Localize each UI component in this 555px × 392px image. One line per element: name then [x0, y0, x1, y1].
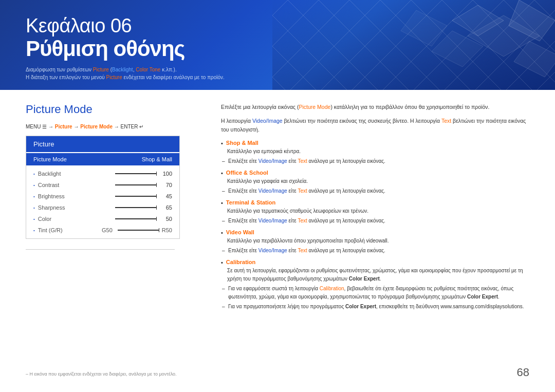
contrast-item[interactable]: • Contrast 70	[26, 179, 179, 191]
sharpness-item[interactable]: • Sharpness 65	[26, 202, 179, 213]
brightness-item[interactable]: • Brightness 45	[26, 191, 179, 202]
bullet-dot: •	[221, 170, 223, 176]
section-title: Picture Mode	[26, 103, 200, 116]
subtitle-line1: Διαμόρφωση των ρυθμίσεων Picture (Backli…	[26, 66, 529, 73]
shop-mall-title: Shop & Mall	[226, 140, 258, 146]
shop-mall-sub: Επιλέξτε είτε Video/Image είτε Text ανάλ…	[228, 157, 529, 165]
chapter-title: Κεφάλαιο 06	[26, 15, 529, 37]
picture-menu-header: Picture	[26, 136, 179, 152]
bullet-dot: •	[221, 200, 223, 206]
office-school-desc: Κατάλληλο για γραφεία και σχολεία.	[227, 177, 529, 185]
right-column: Επιλέξτε μια λειτουργία εικόνας (Picture…	[221, 103, 529, 315]
video-wall-sub: Επιλέξτε είτε Video/Image είτε Text ανάλ…	[228, 247, 529, 255]
main-content: Picture Mode MENU ☰ → Picture → Picture …	[0, 90, 555, 325]
shop-mall-heading: • Shop & Mall	[221, 140, 529, 146]
sharpness-value: 65	[159, 204, 172, 211]
tint-right-value: R50	[162, 227, 172, 233]
bullet-dot: •	[221, 259, 223, 266]
subtitle-line2: Η διάταξη των επιλογών του μενού Picture…	[26, 73, 529, 81]
bullet-icon: •	[33, 183, 35, 188]
calibration-desc: Σε αυτή τη λειτουργία, εφαρμόζονται οι ρ…	[227, 267, 529, 283]
slider-track	[115, 196, 156, 197]
terminal-station-title: Terminal & Station	[226, 199, 275, 206]
header-banner: Κεφάλαιο 06 Ρύθμιση οθόνης Διαμόρφωση τω…	[0, 0, 555, 90]
office-school-heading: • Office & School	[221, 170, 529, 176]
backlight-value: 100	[159, 171, 172, 177]
color-slider[interactable]: 50	[115, 216, 172, 222]
contrast-value: 70	[159, 182, 172, 188]
bullet-office-school: • Office & School Κατάλληλο για γραφεία …	[221, 170, 529, 195]
tint-item[interactable]: • Tint (G/R) G50 R50	[26, 225, 179, 236]
office-school-title: Office & School	[226, 170, 268, 176]
backlight-item[interactable]: • Backlight 100	[26, 168, 179, 179]
video-wall-heading: • Video Wall	[221, 229, 529, 236]
footer-note: – Η εικόνα που εμφανίζεται ενδέχεται να …	[26, 371, 177, 377]
slider-track	[115, 207, 156, 208]
slider-track	[118, 230, 159, 231]
divider	[26, 249, 175, 250]
calibration-sub2: Για να πραγματοποιήσετε λήψη του προγράμ…	[228, 303, 529, 311]
contrast-slider[interactable]: 70	[115, 182, 172, 188]
brightness-label: Brightness	[38, 193, 115, 199]
bullet-icon: •	[33, 194, 35, 199]
color-value: 50	[159, 216, 172, 222]
bullet-calibration: • Calibration Σε αυτή τη λειτουργία, εφα…	[221, 259, 529, 311]
bullet-icon: •	[33, 228, 35, 233]
sharpness-label: Sharpness	[38, 204, 115, 211]
page-number: 68	[517, 366, 529, 379]
calibration-sub1: Για να εφαρμόσετε σωστά τη λειτουργία Ca…	[228, 285, 529, 301]
menu-items: • Backlight 100 • Contrast 70	[26, 165, 179, 238]
bullet-icon: •	[33, 206, 35, 210]
video-wall-title: Video Wall	[226, 229, 254, 235]
page-title: Ρύθμιση οθόνης	[26, 37, 529, 61]
bullet-shop-mall: • Shop & Mall Κατάλληλο για εμπορικά κέν…	[221, 140, 529, 165]
backlight-label: Backlight	[38, 171, 115, 177]
brightness-value: 45	[159, 193, 172, 199]
backlight-slider[interactable]: 100	[115, 171, 172, 177]
bullet-dot: •	[221, 140, 223, 146]
terminal-station-desc: Κατάλληλο για τερματικούς σταθμούς λεωφο…	[227, 207, 529, 215]
menu-path-text: MENU ☰ → Picture → Picture Mode → ENTER …	[26, 124, 143, 129]
tint-label: Tint (G/R)	[38, 227, 102, 233]
contrast-label: Contrast	[38, 182, 115, 188]
left-column: Picture Mode MENU ☰ → Picture → Picture …	[26, 103, 200, 315]
mode-label: Picture Mode	[33, 156, 67, 162]
intro-text-1: Επιλέξτε μια λειτουργία εικόνας (Picture…	[221, 103, 529, 111]
bullet-icon: •	[33, 217, 35, 221]
color-label: Color	[38, 216, 115, 222]
slider-track	[115, 184, 156, 185]
shop-mall-desc: Κατάλληλο για εμπορικά κέντρα.	[227, 147, 529, 156]
picture-menu-box: Picture Picture Mode Shop & Mall • Backl…	[26, 136, 180, 239]
intro-text-2: Η λειτουργία Video/Image βελτιώνει την π…	[221, 117, 529, 134]
mode-value: Shop & Mall	[142, 156, 172, 162]
office-school-sub: Επιλέξτε είτε Video/Image είτε Text ανάλ…	[228, 187, 529, 195]
calibration-title: Calibration	[226, 259, 255, 265]
tint-left-value: G50	[102, 227, 113, 233]
terminal-station-sub: Επιλέξτε είτε Video/Image είτε Text ανάλ…	[228, 217, 529, 225]
bullet-icon: •	[33, 172, 35, 176]
sharpness-slider[interactable]: 65	[115, 204, 172, 211]
brightness-slider[interactable]: 45	[115, 193, 172, 199]
bullet-dot: •	[221, 230, 223, 236]
picture-mode-row[interactable]: Picture Mode Shop & Mall	[26, 153, 179, 165]
tint-slider[interactable]: G50 R50	[102, 227, 172, 233]
calibration-heading: • Calibration	[221, 259, 529, 266]
menu-path: MENU ☰ → Picture → Picture Mode → ENTER …	[26, 124, 200, 129]
header-subtitle: Διαμόρφωση των ρυθμίσεων Picture (Backli…	[26, 66, 529, 81]
bullet-terminal-station: • Terminal & Station Κατάλληλο για τερμα…	[221, 199, 529, 225]
terminal-station-heading: • Terminal & Station	[221, 199, 529, 206]
video-wall-desc: Κατάλληλο για περιβάλλοντα όπου χρησιμοπ…	[227, 237, 529, 245]
bullet-video-wall: • Video Wall Κατάλληλο για περιβάλλοντα …	[221, 229, 529, 255]
color-item[interactable]: • Color 50	[26, 213, 179, 225]
slider-track	[115, 218, 156, 219]
slider-track	[115, 173, 156, 174]
